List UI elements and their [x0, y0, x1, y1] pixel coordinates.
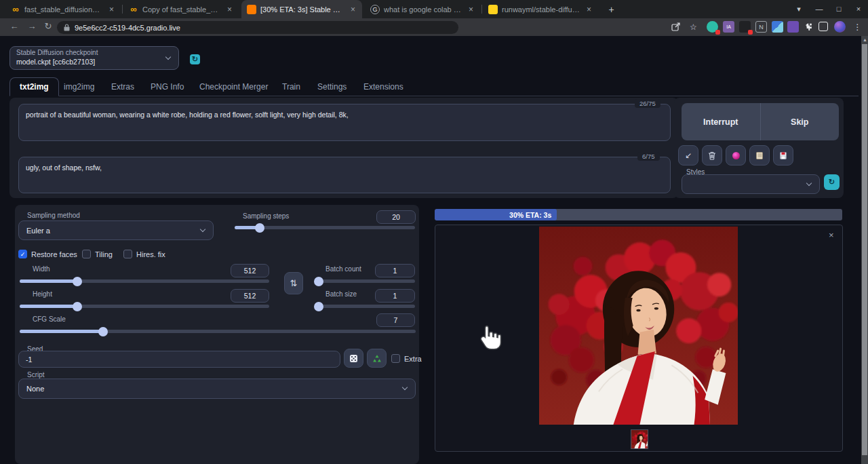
batch-size-number[interactable]: 1: [375, 289, 415, 303]
bookmark-star-icon[interactable]: ☆: [688, 21, 699, 33]
extension-icon-teal[interactable]: [707, 21, 718, 33]
huggingface-icon: [488, 5, 498, 14]
styles-refresh-button[interactable]: ↻: [824, 174, 840, 190]
browser-menu-icon[interactable]: ⋮: [852, 21, 863, 33]
swap-dimensions-button[interactable]: ⇅: [284, 272, 303, 294]
extensions-puzzle-icon[interactable]: [803, 21, 814, 33]
tab-png-info[interactable]: PNG Info: [148, 77, 186, 96]
negative-prompt-input[interactable]: ugly, out of shape, nsfw,: [18, 157, 671, 193]
close-tab-icon[interactable]: ×: [585, 5, 593, 14]
cfg-scale-label: CFG Scale: [33, 315, 66, 323]
batch-count-number[interactable]: 1: [375, 264, 415, 277]
extension-icon-ia[interactable]: IA: [723, 21, 734, 33]
close-tab-icon[interactable]: ×: [108, 5, 115, 14]
slider-handle[interactable]: [255, 223, 264, 233]
generated-image[interactable]: [539, 227, 738, 425]
gallery-close-icon[interactable]: ×: [829, 230, 834, 240]
width-number[interactable]: 512: [231, 264, 269, 277]
extension-icon-dark[interactable]: [739, 21, 751, 33]
tab-title: what is google colab - Googl: [384, 5, 463, 14]
interrupt-button[interactable]: Interrupt: [682, 103, 760, 140]
address-bar[interactable]: 9e5e6cc2-c519-4dc5.gradio.live: [57, 21, 458, 34]
share-icon[interactable]: [670, 21, 682, 33]
paste-generation-params-button[interactable]: ↙: [678, 145, 698, 166]
save-style-button[interactable]: [773, 145, 793, 166]
tiling-checkbox[interactable]: Tiling: [82, 250, 113, 258]
window-close-button[interactable]: ×: [852, 2, 865, 16]
chevron-down-icon: [200, 226, 205, 231]
tab-separator: [122, 5, 123, 14]
width-label: Width: [33, 265, 50, 273]
prompt-input[interactable]: portrait of a beautiful woman, wearing a…: [18, 104, 671, 141]
height-number[interactable]: 512: [231, 289, 269, 303]
tab-extras[interactable]: Extras: [108, 77, 137, 96]
seed-input[interactable]: [18, 351, 340, 368]
slider-handle[interactable]: [98, 327, 108, 336]
window-minimize-button[interactable]: —: [812, 2, 826, 16]
random-seed-button[interactable]: [344, 349, 363, 368]
close-tab-icon[interactable]: ×: [349, 5, 357, 14]
swap-arrows-icon: ⇅: [290, 278, 298, 288]
reuse-seed-button[interactable]: [367, 349, 387, 368]
apply-style-button[interactable]: [749, 145, 770, 166]
sampling-steps-number[interactable]: 20: [376, 210, 416, 224]
checkbox-label: Extra: [404, 355, 422, 363]
clear-prompt-button[interactable]: [702, 145, 722, 166]
reload-icon[interactable]: ↻: [42, 20, 54, 32]
profile-avatar[interactable]: [834, 21, 846, 33]
side-panel-icon[interactable]: [818, 22, 828, 31]
sampling-method-dropdown[interactable]: Euler a: [18, 220, 214, 240]
sampling-steps-slider[interactable]: [235, 226, 415, 229]
checkpoint-refresh-button[interactable]: ↻: [190, 54, 200, 64]
tab-title: runwayml/stable-diffusion-v1: [502, 5, 581, 14]
restore-faces-checkbox[interactable]: Restore faces: [18, 250, 77, 258]
browser-tab-google[interactable]: G what is google colab - Googl ×: [365, 0, 480, 18]
gallery-thumbnail[interactable]: [631, 429, 648, 449]
close-tab-icon[interactable]: ×: [226, 5, 233, 14]
tab-title: Copy of fast_stable_diffusion_: [142, 5, 222, 14]
slider-handle[interactable]: [73, 302, 82, 311]
checkpoint-dropdown[interactable]: Stable Diffusion checkpoint model.ckpt […: [9, 46, 179, 70]
cfg-scale-slider[interactable]: [20, 330, 416, 333]
styles-dropdown[interactable]: [682, 174, 820, 194]
extension-icon-purple[interactable]: [787, 21, 799, 33]
back-icon[interactable]: ←: [8, 20, 20, 32]
hires-fix-checkbox[interactable]: Hires. fix: [123, 250, 165, 258]
scrollbar-thumb[interactable]: [862, 44, 867, 455]
page-scrollbar[interactable]: ▲: [861, 36, 868, 464]
batch-count-slider[interactable]: [317, 279, 415, 283]
forward-icon[interactable]: →: [26, 20, 38, 32]
browser-tab-colab-2[interactable]: ∞ Copy of fast_stable_diffusion_ ×: [123, 0, 239, 18]
tab-train[interactable]: Train: [279, 77, 303, 96]
browser-tab-huggingface[interactable]: runwayml/stable-diffusion-v1 ×: [483, 0, 598, 18]
script-dropdown[interactable]: None: [18, 379, 416, 399]
tab-extensions[interactable]: Extensions: [361, 77, 406, 96]
checkbox-label: Hires. fix: [136, 250, 165, 258]
scroll-up-arrow[interactable]: ▲: [863, 37, 867, 42]
seed-extra-checkbox[interactable]: Extra: [391, 354, 422, 363]
cfg-scale-number[interactable]: 7: [376, 313, 415, 327]
slider-handle[interactable]: [314, 277, 323, 286]
tab-img2img[interactable]: img2img: [61, 77, 97, 96]
checkpoint-label: Stable Diffusion checkpoint: [16, 49, 98, 56]
extra-networks-button[interactable]: [726, 145, 746, 166]
tab-checkpoint-merger[interactable]: Checkpoint Merger: [197, 77, 271, 96]
window-maximize-button[interactable]: □: [832, 2, 846, 16]
tab-txt2img[interactable]: txt2img: [9, 77, 59, 96]
batch-size-slider[interactable]: [317, 305, 415, 308]
extension-icon-n[interactable]: N: [755, 21, 767, 33]
slider-handle[interactable]: [73, 277, 82, 286]
close-tab-icon[interactable]: ×: [467, 5, 475, 14]
tab-settings[interactable]: Settings: [315, 77, 349, 96]
extension-icon-blue[interactable]: [772, 21, 783, 33]
new-tab-button[interactable]: +: [605, 3, 618, 16]
window-menu-button[interactable]: ▾: [792, 2, 806, 16]
slider-handle[interactable]: [314, 302, 323, 311]
browser-tab-colab-1[interactable]: ∞ fast_stable_diffusion_AUTOMA ×: [5, 0, 121, 18]
browser-tab-strip: ∞ fast_stable_diffusion_AUTOMA × ∞ Copy …: [0, 0, 868, 18]
dice-icon: [349, 354, 358, 363]
width-slider[interactable]: [20, 279, 269, 283]
height-slider[interactable]: [20, 305, 269, 308]
skip-button[interactable]: Skip: [760, 103, 840, 140]
browser-tab-stable-diffusion[interactable]: [30% ETA: 3s] Stable Diffusion ×: [241, 0, 362, 18]
